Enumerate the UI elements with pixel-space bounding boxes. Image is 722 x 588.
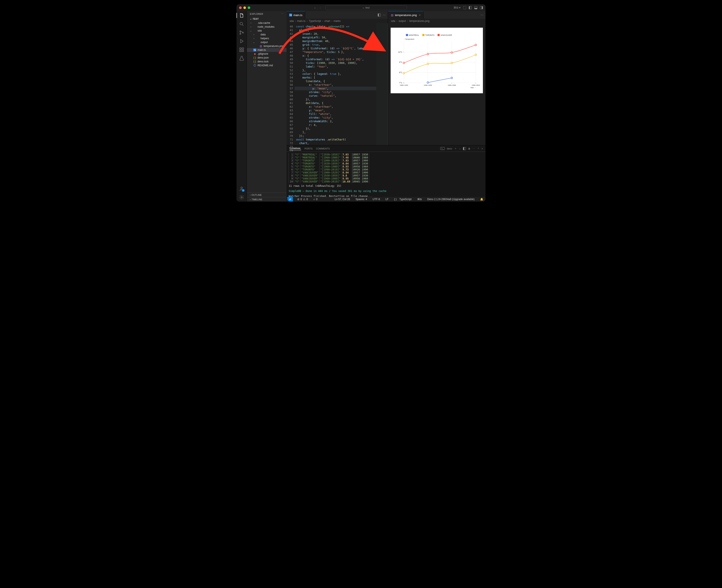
folder-icon — [253, 21, 256, 24]
window-controls[interactable] — [239, 6, 250, 9]
breadcrumb-item[interactable]: main.ts — [297, 20, 305, 22]
tab-main-ts[interactable]: TS main.ts — [286, 11, 305, 19]
split-terminal-icon[interactable] — [463, 147, 466, 150]
activity-testing-icon[interactable] — [239, 56, 244, 61]
nav-back-icon[interactable]: ← — [314, 6, 317, 9]
minimap[interactable] — [376, 23, 388, 145]
breadcrumb-item[interactable]: marks — [334, 20, 341, 22]
breadcrumb-item[interactable]: sda — [289, 20, 294, 22]
editor-more-icon[interactable]: ⋯ — [481, 13, 483, 17]
layout-customize-icon[interactable] — [463, 6, 466, 9]
problems-chip[interactable]: ⊘0 ⚠0 — [296, 198, 309, 201]
tree-item[interactable]: ⓘREADME.md — [247, 63, 286, 67]
ln-col[interactable]: Ln 57, Col 26 — [333, 198, 351, 201]
twist-icon: › — [253, 37, 255, 40]
file-name: data — [261, 33, 265, 36]
maximize-panel-icon[interactable]: ＾ — [477, 147, 480, 150]
toggle-sidebar-icon[interactable] — [469, 6, 472, 9]
project-root[interactable]: ⌄ TEST — [247, 17, 286, 21]
split-editor-icon[interactable] — [378, 14, 381, 17]
terminal-done: SimpleDB — Done in 444 ms / You saved 36… — [289, 190, 386, 193]
timeline-section[interactable]: ›TIMELINE — [247, 197, 286, 202]
toggle-panel-icon[interactable] — [474, 6, 477, 9]
image-preview[interactable]: MONTREALTORONTOVANCOUVER↑ Temperature7°C… — [388, 23, 485, 145]
tree-item[interactable]: ›data — [247, 33, 286, 37]
remote-indicator[interactable]: ⇄ — [287, 197, 293, 202]
svg-point-9 — [241, 197, 242, 198]
activity-explorer-icon[interactable] — [239, 13, 244, 18]
tree-item[interactable]: TSmain.ts — [247, 48, 286, 52]
breadcrumb-item[interactable]: output — [399, 20, 406, 22]
tree-item[interactable]: { }deno.lock — [247, 60, 286, 63]
tab-ports[interactable]: PORTS — [304, 147, 313, 150]
activity-search-icon[interactable] — [239, 21, 244, 27]
folder-icon — [253, 25, 256, 28]
close-icon[interactable] — [239, 6, 242, 9]
command-center[interactable]: ⌕ test — [325, 5, 407, 10]
tree-item[interactable]: ◆.gitignore — [247, 52, 286, 56]
eol[interactable]: LF — [384, 198, 390, 201]
tree-item[interactable]: ›.sda-cache — [247, 21, 286, 25]
code-editor[interactable]: 4041424344454647484950515253545556575859… — [286, 23, 388, 145]
tab-temperatures-png[interactable]: ▧ temperatures.png × — [388, 11, 423, 19]
activity-debug-icon[interactable] — [239, 39, 244, 44]
file-name: temperatures.png — [264, 45, 284, 48]
new-terminal-icon[interactable]: ＋ — [454, 147, 457, 150]
svg-text:7°C: 7°C — [399, 82, 402, 84]
account-badge: 1 — [242, 189, 244, 192]
indent[interactable]: Spaces: 4 — [354, 198, 368, 201]
git-icon: ◆ — [253, 52, 256, 55]
tree-item[interactable]: ›helpers — [247, 37, 286, 40]
tree-item[interactable]: ›node_modules — [247, 25, 286, 29]
svg-text:10°C: 10°C — [398, 51, 402, 53]
minimize-icon[interactable] — [243, 6, 246, 9]
toggle-secondary-icon[interactable] — [480, 6, 483, 9]
tree-item[interactable]: ⌄output — [247, 40, 286, 44]
editor-pane-code: TS main.ts ⋯ sda›main.ts›TypeScript›char… — [286, 11, 388, 145]
tree-item[interactable]: ▧temperatures.png — [247, 44, 286, 48]
encoding[interactable]: UTF-8 — [371, 198, 381, 201]
breadcrumb[interactable]: sda›output›temperatures.png — [388, 19, 485, 23]
svg-rect-12 — [422, 34, 424, 36]
copilot-icon[interactable]: ⌘⧉ ▾ — [454, 6, 461, 9]
status-bar: ⇄ ⊘0 ⚠0 ⟐0 Ln 57, Col 26 Spaces: 4 UTF-8… — [286, 197, 485, 202]
tab-comments[interactable]: COMMENTS — [316, 147, 330, 150]
notifications-icon[interactable]: 🔔 — [479, 198, 485, 201]
breadcrumb-item[interactable]: chart — [324, 20, 330, 22]
language-mode[interactable]: { } TypeScript — [393, 198, 413, 201]
svg-rect-14 — [438, 34, 440, 36]
copilot-status-icon[interactable]: ⌘⧉ — [416, 198, 423, 201]
explorer-more-icon[interactable]: ⋯ — [281, 13, 283, 15]
svg-point-43 — [451, 77, 453, 79]
nav-forward-icon[interactable]: → — [319, 6, 321, 9]
breadcrumb-item[interactable]: sda — [391, 20, 395, 22]
tree-item[interactable]: ⌄sda — [247, 29, 286, 33]
terminal-dropdown-icon[interactable]: ⌄ — [459, 147, 461, 150]
activity-scm-icon[interactable] — [239, 30, 244, 35]
activity-settings-icon[interactable] — [239, 195, 244, 200]
kill-terminal-icon[interactable]: 🗑 — [468, 147, 470, 150]
file-tree[interactable]: ›.sda-cache›node_modules⌄sda›data›helper… — [247, 21, 286, 193]
ports-chip[interactable]: ⟐0 — [312, 198, 319, 201]
deno-version[interactable]: Deno 2.1.9+28834a8 (Upgrade available) — [426, 198, 476, 201]
panel-more-icon[interactable]: ⋯ — [473, 147, 475, 150]
activity-extensions-icon[interactable] — [239, 47, 244, 52]
breadcrumb[interactable]: sda›main.ts›TypeScript›chart›marks — [286, 19, 388, 23]
editor-pane-preview: ▧ temperatures.png × ⋯ sda›output›temper… — [388, 11, 485, 145]
terminal-output[interactable]: 1"t""MONTREAL""[1930–1959]"7.03109571930… — [286, 152, 485, 197]
activity-account-icon[interactable]: 1 — [239, 186, 244, 191]
twist-icon: › — [253, 33, 255, 36]
search-text: test — [365, 6, 369, 9]
svg-point-44 — [403, 72, 405, 74]
svg-text:9°C: 9°C — [399, 61, 402, 63]
outline-section[interactable]: ›OUTLINE — [247, 193, 286, 197]
tree-item[interactable]: { }deno.json — [247, 56, 286, 60]
svg-text:↑ Temperature: ↑ Temperature — [404, 38, 415, 40]
editor-more-icon[interactable]: ⋯ — [383, 13, 386, 17]
breadcrumb-item[interactable]: TypeScript — [309, 20, 321, 22]
close-panel-icon[interactable]: × — [482, 147, 483, 150]
maximize-icon[interactable] — [248, 6, 250, 9]
breadcrumb-item[interactable]: temperatures.png — [409, 20, 429, 22]
terminal-shell-icon[interactable]: >_ — [440, 147, 445, 150]
close-icon[interactable]: × — [419, 14, 421, 17]
